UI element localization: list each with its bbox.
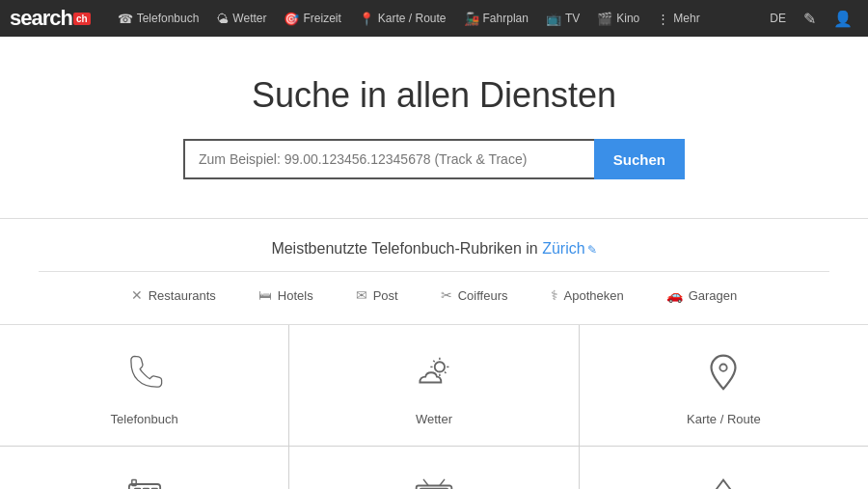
nav-label-telefonbuch: Telefonbuch: [137, 12, 200, 25]
svg-line-18: [423, 479, 428, 486]
tele-heading-prefix: Meistbenutzte Telefonbuch-Rubriken in: [271, 240, 542, 257]
karte-service-label: Karte / Route: [687, 412, 761, 426]
service-card-fahrplan[interactable]: Fahrplan / Tickets: [0, 447, 288, 489]
weather-icon: 🌤: [216, 12, 229, 26]
hero-section: Suche in allen Diensten Suchen: [0, 37, 868, 219]
wetter-service-label: Wetter: [416, 412, 452, 426]
nav-item-wetter[interactable]: 🌤 Wetter: [208, 0, 274, 37]
tele-item-coiffeurs[interactable]: ✂ Coiffeurs: [420, 282, 529, 309]
tele-item-restaurants[interactable]: ✕ Restaurants: [110, 282, 237, 309]
garagen-icon: 🚗: [666, 287, 683, 303]
tele-label-garagen: Garagen: [689, 288, 738, 303]
nav-label-karte: Karte / Route: [378, 12, 447, 25]
svg-line-6: [445, 372, 446, 373]
mehr-icon: ⋮: [657, 12, 669, 26]
post-icon: ✉: [356, 287, 367, 303]
telefonbuch-service-label: Telefonbuch: [111, 412, 178, 426]
tele-item-post[interactable]: ✉ Post: [335, 282, 420, 309]
nav-item-tv[interactable]: 📺 TV: [538, 0, 587, 37]
logo-text: search: [10, 6, 72, 31]
service-card-wetter[interactable]: Wetter: [289, 325, 578, 446]
fahrplan-service-icon: [123, 474, 166, 489]
tv-service-icon: [413, 474, 455, 489]
apotheken-icon: ⚕: [551, 287, 558, 303]
map-icon: 📍: [359, 12, 374, 26]
search-input[interactable]: [183, 139, 594, 179]
service-grid: Telefonbuch Wetter: [0, 325, 868, 489]
tele-items: ✕ Restaurants 🛏 Hotels ✉ Post ✂ Coiffeur…: [39, 271, 829, 309]
telefonbuch-section: Meistbenutzte Telefonbuch-Rubriken in Zü…: [0, 219, 868, 325]
train-icon: 🚂: [464, 12, 479, 26]
nav-item-karte[interactable]: 📍 Karte / Route: [351, 0, 454, 37]
nav-item-mehr[interactable]: ⋮ Mehr: [649, 0, 707, 37]
svg-point-7: [720, 364, 727, 370]
coiffeurs-icon: ✂: [441, 287, 452, 303]
service-card-tv[interactable]: TV-Programm: [289, 447, 578, 489]
profile-icon[interactable]: 👤: [827, 10, 858, 28]
tele-label-restaurants: Restaurants: [149, 288, 216, 303]
nav-label-fahrplan: Fahrplan: [483, 12, 529, 25]
nav-item-fahrplan[interactable]: 🚂 Fahrplan: [456, 0, 536, 37]
service-card-freizeit[interactable]: Freizeit Neu: [580, 447, 868, 489]
logo-ch: ch: [73, 13, 91, 25]
user-icon[interactable]: ✎: [798, 10, 822, 28]
main-nav: searchch ☎ Telefonbuch 🌤 Wetter 🎯 Freize…: [0, 0, 868, 37]
tele-label-hotels: Hotels: [278, 288, 313, 303]
tele-label-apotheken: Apotheken: [564, 288, 624, 303]
hero-title: Suche in allen Diensten: [19, 75, 849, 116]
tele-label-coiffeurs: Coiffeurs: [458, 288, 508, 303]
restaurants-icon: ✕: [131, 287, 143, 303]
svg-line-5: [433, 361, 434, 362]
service-section: Telefonbuch Wetter: [0, 325, 868, 489]
nav-label-mehr: Mehr: [673, 12, 699, 25]
nav-items: ☎ Telefonbuch 🌤 Wetter 🎯 Freizeit 📍 Kart…: [110, 0, 765, 37]
nav-label-wetter: Wetter: [232, 12, 266, 25]
nav-label-tv: TV: [565, 12, 580, 25]
nav-label-freizeit: Freizeit: [303, 12, 340, 25]
service-card-telefonbuch[interactable]: Telefonbuch: [0, 325, 288, 446]
freizeit-service-icon: [702, 474, 745, 489]
freizeit-icon: 🎯: [284, 12, 299, 26]
nav-item-freizeit[interactable]: 🎯 Freizeit: [276, 0, 348, 37]
svg-point-0: [435, 362, 445, 371]
tele-city-link[interactable]: Zürich: [542, 240, 584, 257]
tele-item-garagen[interactable]: 🚗 Garagen: [645, 282, 759, 309]
svg-line-19: [440, 479, 445, 486]
tv-icon: 📺: [546, 12, 561, 26]
wetter-service-icon: [413, 352, 455, 400]
tele-item-hotels[interactable]: 🛏 Hotels: [237, 282, 335, 309]
search-bar: Suchen: [183, 139, 685, 179]
tele-title: Meistbenutzte Telefonbuch-Rubriken in Zü…: [39, 240, 829, 258]
nav-label-kino: Kino: [616, 12, 639, 25]
kino-icon: 🎬: [597, 12, 612, 26]
logo[interactable]: searchch: [10, 6, 91, 31]
phone-icon: ☎: [118, 12, 133, 26]
service-card-karte[interactable]: Karte / Route: [580, 325, 868, 446]
edit-icon[interactable]: ✎: [587, 243, 597, 257]
karte-service-icon: [702, 352, 745, 400]
search-button[interactable]: Suchen: [594, 139, 685, 179]
svg-marker-20: [711, 480, 736, 489]
nav-item-kino[interactable]: 🎬 Kino: [589, 0, 647, 37]
telefonbuch-service-icon: [123, 352, 166, 400]
lang-switch[interactable]: DE: [764, 12, 792, 25]
tele-label-post: Post: [373, 288, 398, 303]
nav-right: DE ✎ 👤: [764, 10, 858, 28]
hotels-icon: 🛏: [258, 287, 272, 303]
tele-item-apotheken[interactable]: ⚕ Apotheken: [529, 282, 645, 309]
nav-item-telefonbuch[interactable]: ☎ Telefonbuch: [110, 0, 207, 37]
